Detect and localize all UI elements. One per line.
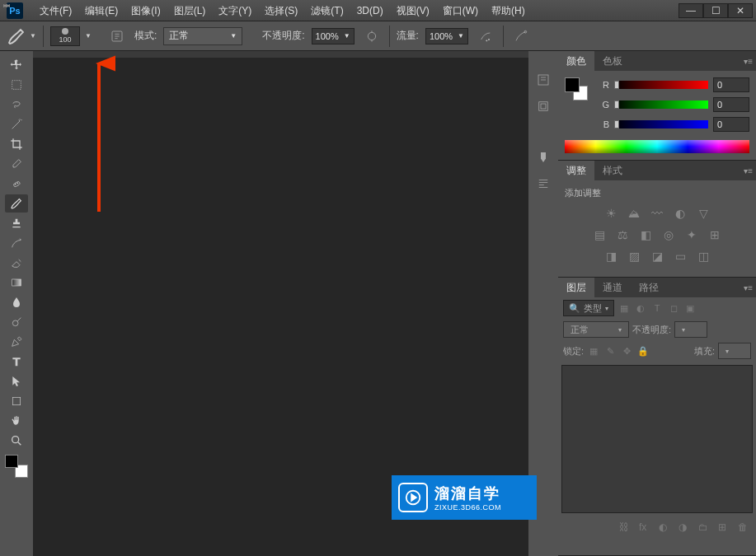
dodge-tool[interactable] — [5, 313, 28, 331]
eraser-tool[interactable] — [5, 254, 28, 272]
layer-filter-select[interactable]: 🔍 类型 ▾ — [563, 300, 614, 316]
hand-tool[interactable] — [5, 412, 28, 430]
foreground-color-swatch[interactable] — [5, 455, 18, 468]
filter-pixel-icon[interactable]: ▦ — [617, 301, 631, 315]
tab-color[interactable]: 颜色 — [558, 51, 594, 71]
b-value-input[interactable]: 0 — [713, 117, 749, 132]
filter-adjust-icon[interactable]: ◐ — [634, 301, 647, 315]
menu-edit[interactable]: 编辑(E) — [78, 4, 124, 18]
menu-type[interactable]: 文字(Y) — [212, 4, 258, 18]
brush-panel-toggle[interactable] — [106, 26, 128, 46]
opacity-pressure-toggle[interactable] — [361, 26, 383, 46]
brush-size-picker[interactable]: 100 ▼ — [50, 26, 80, 46]
layers-list[interactable] — [561, 365, 753, 513]
panel-menu-icon[interactable]: ▾≡ — [744, 283, 753, 292]
layer-fill-input[interactable]: ▾ — [718, 343, 751, 359]
link-layers-icon[interactable]: ⛓ — [619, 521, 631, 533]
eyedropper-tool[interactable] — [5, 155, 28, 173]
tab-styles[interactable]: 样式 — [594, 161, 631, 180]
menu-image[interactable]: 图像(I) — [124, 4, 167, 18]
wand-tool[interactable] — [5, 115, 28, 133]
delete-layer-icon[interactable]: 🗑 — [738, 521, 749, 533]
fg-swatch[interactable] — [565, 77, 580, 92]
gradient-tool[interactable] — [5, 273, 28, 292]
tab-layers[interactable]: 图层 — [558, 278, 594, 297]
channel-mixer-icon[interactable]: ✦ — [684, 227, 699, 242]
tab-paths[interactable]: 路径 — [631, 278, 667, 297]
airbrush-toggle[interactable] — [475, 26, 496, 46]
posterize-icon[interactable]: ▨ — [627, 249, 641, 264]
color-swatches[interactable] — [5, 455, 28, 478]
lock-position-icon[interactable]: ✥ — [620, 344, 633, 357]
menu-file[interactable]: 文件(F) — [33, 4, 78, 18]
flow-input[interactable]: 100% ▼ — [425, 28, 468, 44]
tab-channels[interactable]: 通道 — [594, 278, 631, 297]
menu-3d[interactable]: 3D(D) — [350, 5, 390, 16]
layer-opacity-input[interactable]: ▾ — [674, 321, 707, 338]
blend-mode-select[interactable]: 正常 ▼ — [163, 27, 242, 45]
minimize-button[interactable]: — — [679, 3, 703, 18]
tab-swatches[interactable]: 色板 — [594, 51, 631, 71]
dock-handle-icon[interactable]: ◂◂ — [3, 2, 10, 9]
threshold-icon[interactable]: ◪ — [650, 249, 664, 264]
lookup-icon[interactable]: ⊞ — [707, 227, 722, 242]
tab-adjustments[interactable]: 调整 — [558, 161, 594, 180]
panel-menu-icon[interactable]: ▾≡ — [744, 166, 753, 175]
invert-icon[interactable]: ◨ — [603, 249, 618, 264]
new-layer-icon[interactable]: ⊞ — [718, 521, 730, 533]
paragraph-panel-icon[interactable] — [534, 175, 552, 193]
photo-filter-icon[interactable]: ◎ — [661, 227, 676, 242]
lock-paint-icon[interactable]: ✎ — [603, 344, 617, 357]
r-value-input[interactable]: 0 — [713, 77, 749, 92]
menu-filter[interactable]: 滤镜(T) — [304, 4, 350, 18]
stamp-tool[interactable] — [5, 214, 28, 232]
filter-smart-icon[interactable]: ▣ — [683, 301, 697, 315]
properties-panel-icon[interactable] — [534, 97, 552, 115]
bw-icon[interactable]: ◧ — [638, 227, 653, 242]
selective-color-icon[interactable]: ◫ — [696, 249, 711, 264]
menu-view[interactable]: 视图(V) — [390, 4, 436, 18]
menu-layer[interactable]: 图层(L) — [167, 4, 213, 18]
opacity-input[interactable]: 100% ▼ — [312, 28, 355, 44]
levels-icon[interactable]: ⛰ — [627, 206, 641, 221]
g-slider[interactable] — [614, 100, 708, 109]
marquee-tool[interactable] — [5, 76, 28, 94]
brightness-icon[interactable]: ☀ — [603, 206, 618, 221]
lasso-tool[interactable] — [5, 96, 28, 114]
crop-tool[interactable] — [5, 135, 28, 153]
lock-all-icon[interactable]: 🔒 — [636, 344, 650, 357]
pen-tool[interactable] — [5, 333, 28, 351]
menu-window[interactable]: 窗口(W) — [436, 4, 485, 18]
maximize-button[interactable]: ☐ — [703, 3, 728, 18]
panel-menu-icon[interactable]: ▾≡ — [744, 57, 753, 66]
g-value-input[interactable]: 0 — [713, 97, 749, 112]
panel-swatches[interactable] — [565, 77, 588, 100]
color-balance-icon[interactable]: ⚖ — [615, 227, 630, 242]
hue-icon[interactable]: ▤ — [592, 227, 607, 242]
brush-tool[interactable] — [5, 194, 28, 213]
layer-group-icon[interactable]: 🗀 — [698, 521, 710, 533]
menu-help[interactable]: 帮助(H) — [485, 4, 532, 18]
tool-preset-picker[interactable]: ▼ — [7, 27, 36, 45]
layer-fx-icon[interactable]: fx — [639, 521, 650, 533]
move-tool[interactable] — [5, 56, 28, 74]
layer-mask-icon[interactable]: ◐ — [659, 521, 670, 533]
layer-blend-mode-select[interactable]: 正常▾ — [563, 321, 629, 338]
text-tool[interactable] — [5, 353, 28, 371]
zoom-tool[interactable] — [5, 432, 28, 450]
filter-type-icon[interactable]: T — [650, 301, 664, 315]
color-ramp[interactable] — [565, 140, 749, 153]
vibrance-icon[interactable]: ▽ — [696, 206, 711, 221]
curves-icon[interactable]: 〰 — [650, 206, 664, 221]
b-slider[interactable] — [614, 120, 708, 128]
heal-tool[interactable] — [5, 175, 28, 193]
exposure-icon[interactable]: ◐ — [673, 206, 688, 221]
history-panel-icon[interactable] — [534, 71, 552, 89]
menu-select[interactable]: 选择(S) — [258, 4, 304, 18]
path-select-tool[interactable] — [5, 372, 28, 390]
lock-transparency-icon[interactable]: ▦ — [587, 344, 600, 357]
close-button[interactable]: ✕ — [728, 3, 753, 18]
gradient-map-icon[interactable]: ▭ — [673, 249, 688, 264]
r-slider[interactable] — [614, 81, 708, 89]
shape-tool[interactable] — [5, 392, 28, 410]
